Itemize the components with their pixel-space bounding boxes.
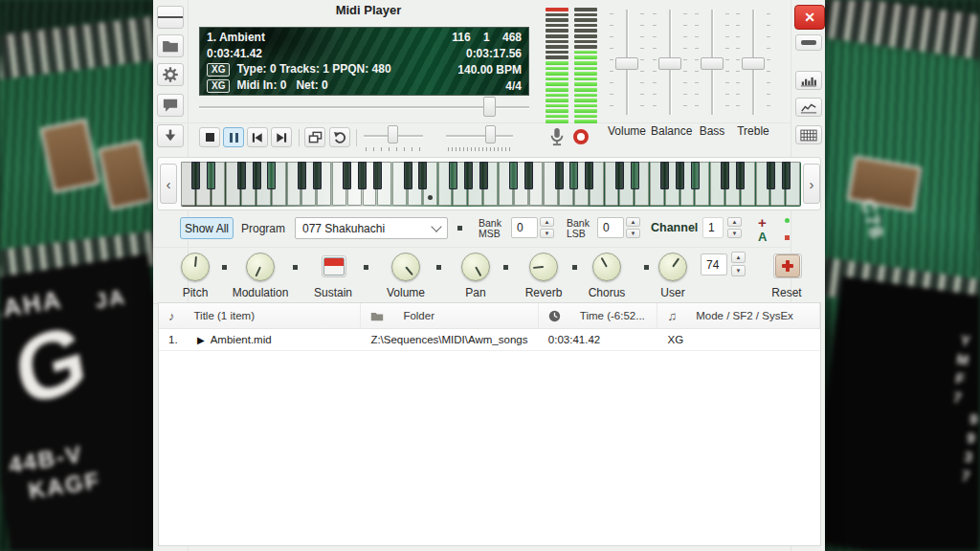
black-key[interactable] [585, 162, 593, 189]
mixer-slider-bass[interactable]: Bass [693, 8, 731, 142]
keyboard-view-button[interactable] [795, 125, 822, 144]
pitch-knob[interactable] [181, 253, 210, 281]
black-key[interactable] [464, 162, 473, 189]
seek-slider[interactable] [199, 97, 529, 118]
reset-icon [775, 254, 800, 277]
octave-left-button[interactable]: ‹ [160, 164, 177, 204]
spectrum-button[interactable] [795, 71, 822, 90]
mic-button[interactable] [547, 126, 567, 147]
settings-button[interactable] [157, 63, 184, 86]
black-key[interactable] [691, 162, 700, 189]
modulation-knob[interactable] [246, 253, 275, 281]
black-key[interactable] [676, 162, 684, 189]
pitch-track[interactable] [446, 135, 513, 138]
octave-right-button[interactable]: › [803, 164, 820, 204]
pause-button[interactable] [223, 127, 244, 147]
column-header-0[interactable]: ♪Title (1 item) [159, 303, 361, 328]
black-key[interactable] [253, 162, 261, 189]
minimize-icon [801, 40, 816, 45]
black-key[interactable] [343, 162, 351, 189]
black-key[interactable] [569, 162, 578, 189]
column-header-2[interactable]: Time (-6:52... [539, 303, 658, 328]
piano-keyboard[interactable] [181, 162, 801, 207]
spin-down-icon: ▼ [731, 265, 746, 276]
pan-knob[interactable] [461, 253, 490, 281]
black-key[interactable] [524, 162, 533, 189]
program-bar: Show All Program 077 Shakuhachi BankMSB … [153, 212, 791, 247]
wave-button[interactable] [795, 98, 822, 117]
black-key[interactable] [721, 162, 729, 189]
sustain-button[interactable] [322, 255, 346, 277]
seek-handle[interactable] [483, 97, 496, 117]
close-button[interactable]: ✕ [794, 5, 825, 30]
chorus-knob[interactable] [592, 253, 621, 281]
black-key[interactable] [479, 162, 488, 189]
black-key[interactable] [660, 162, 669, 189]
channel-spinner[interactable]: ▲▼ [727, 217, 742, 238]
comments-button[interactable] [157, 94, 184, 117]
stop-button[interactable] [199, 127, 220, 147]
pitch-handle[interactable] [485, 125, 496, 143]
minimize-button[interactable] [795, 34, 822, 51]
slider-ticks [736, 13, 740, 109]
notes-icon: ♫ [667, 309, 677, 323]
tempo-slider[interactable] [364, 125, 423, 146]
bank-msb-value[interactable]: 0 [511, 217, 538, 238]
add-channel-button[interactable]: + [758, 214, 767, 231]
black-key[interactable] [631, 162, 639, 189]
mixer-slider-volume[interactable]: Volume [608, 8, 646, 142]
mixer-slider-balance[interactable]: Balance [651, 8, 689, 142]
volume-knob[interactable] [391, 253, 420, 281]
playlist-row[interactable]: 1.▶Ambient.midZ:\Sequences\MIDI\Awm_song… [159, 329, 820, 351]
bank-lsb-value[interactable]: 0 [597, 217, 624, 238]
black-key[interactable] [298, 162, 306, 189]
black-key[interactable] [782, 162, 791, 189]
row-time: 0:03:41.42 [548, 334, 600, 345]
seek-track[interactable] [199, 106, 529, 109]
menu-button[interactable] [157, 6, 184, 29]
show-all-button[interactable]: Show All [180, 217, 234, 239]
bank-msb-spinner[interactable]: ▲▼ [540, 217, 554, 238]
slider-handle[interactable] [658, 57, 681, 70]
tempo-handle[interactable] [388, 125, 398, 143]
auto-button[interactable]: A [758, 230, 767, 244]
black-key[interactable] [449, 162, 457, 189]
replay-button[interactable] [329, 127, 350, 147]
black-key[interactable] [237, 162, 246, 189]
black-key[interactable] [736, 162, 745, 189]
black-key[interactable] [207, 162, 215, 189]
reset-button[interactable] [773, 253, 802, 278]
user-value[interactable]: 74 [701, 253, 727, 276]
black-key[interactable] [313, 162, 322, 189]
previous-button[interactable] [247, 127, 268, 147]
channel-value[interactable]: 1 [702, 217, 724, 238]
slider-handle[interactable] [742, 57, 765, 70]
pitch-slider[interactable] [446, 125, 513, 146]
reverb-knob[interactable] [529, 253, 558, 281]
user-spinner[interactable]: ▲▼ [731, 252, 746, 276]
column-header-3[interactable]: ♫Mode / SF2 / SysEx [657, 303, 820, 328]
open-folder-button[interactable] [157, 34, 184, 57]
black-key[interactable] [404, 162, 412, 189]
mixer-slider-treble[interactable]: Treble [734, 8, 772, 142]
record-button[interactable] [573, 129, 589, 144]
black-key[interactable] [509, 162, 518, 189]
bank-lsb-spinner[interactable]: ▲▼ [626, 217, 640, 238]
slider-handle[interactable] [615, 57, 638, 70]
black-key[interactable] [267, 162, 276, 189]
program-select[interactable]: 077 Shakuhachi [295, 217, 448, 239]
sustain-pedal-icon [323, 257, 345, 276]
black-key[interactable] [555, 162, 564, 189]
black-key[interactable] [373, 162, 382, 189]
black-key[interactable] [191, 162, 200, 189]
undo-icon [333, 131, 347, 143]
black-key[interactable] [615, 162, 624, 189]
black-key[interactable] [418, 162, 427, 189]
user-knob[interactable] [658, 253, 687, 281]
loop-button[interactable] [304, 127, 325, 147]
slider-handle[interactable] [701, 57, 724, 70]
next-button[interactable] [271, 127, 292, 147]
column-header-1[interactable]: Folder [361, 303, 538, 328]
black-key[interactable] [358, 162, 367, 189]
black-key[interactable] [767, 162, 775, 189]
